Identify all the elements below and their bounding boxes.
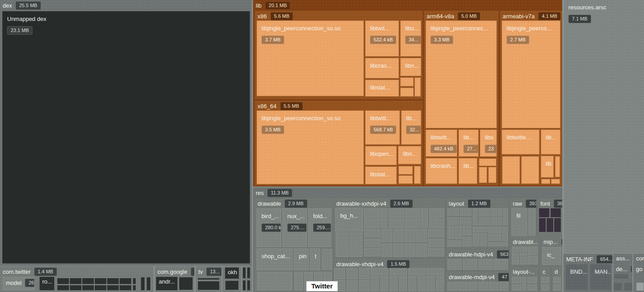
treemap-tile[interactable]	[447, 208, 459, 216]
treemap-tile[interactable]	[503, 208, 508, 225]
treemap-tile[interactable]	[491, 208, 502, 216]
treemap-tile[interactable]	[512, 284, 521, 291]
treemap-tile[interactable]	[527, 284, 537, 291]
treemap-tile[interactable]	[428, 229, 444, 237]
group-drawable-xxhdpi-v4[interactable]: drawable-xxhdpi-v42.6 MBbg_h...	[334, 198, 445, 258]
tile-bnd[interactable]: BND...	[565, 264, 588, 290]
tile-libs-arm64[interactable]: libs23	[480, 130, 497, 157]
treemap-tile[interactable]	[512, 277, 521, 283]
treemap-tile[interactable]	[551, 179, 560, 184]
tile-libtwit-x86[interactable]: libtwit...532.4 kB	[365, 20, 399, 57]
treemap-tile[interactable]	[399, 276, 407, 291]
treemap-tile[interactable]	[555, 156, 560, 177]
treemap-tile[interactable]	[405, 229, 415, 242]
treemap-tile[interactable]	[95, 278, 106, 284]
treemap-tile[interactable]	[473, 233, 479, 246]
treemap-tile[interactable]	[447, 217, 459, 225]
treemap-tile[interactable]	[614, 274, 628, 279]
treemap-tile[interactable]	[389, 208, 404, 218]
tile-lib-arm64[interactable]: lib...27...	[459, 130, 479, 157]
treemap-tile[interactable]	[82, 285, 94, 290]
treemap-tile[interactable]	[405, 243, 415, 257]
treemap-tile[interactable]	[488, 234, 501, 241]
treemap-tile[interactable]	[541, 284, 549, 291]
tile-libjingle-armeabi[interactable]: libjingle_peerco...2.7 MB	[502, 20, 560, 128]
group-ass[interactable]: ass...de...	[613, 254, 632, 292]
treemap-tile[interactable]	[436, 276, 444, 291]
tile-libo-x86[interactable]: libo...34...	[400, 20, 421, 57]
treemap-tile[interactable]	[480, 233, 487, 246]
treemap-tile[interactable]	[520, 253, 527, 264]
group-res[interactable]: res11.3 MBdrawable2.9 MBbird_...280.0 kB…	[253, 187, 562, 292]
tile-shop-cat[interactable]: shop_cat...	[257, 248, 293, 270]
treemap-tile[interactable]	[416, 229, 427, 242]
treemap-tile[interactable]	[428, 239, 444, 247]
treemap-tile[interactable]	[502, 156, 520, 184]
treemap-tile[interactable]	[133, 278, 136, 284]
treemap-tile[interactable]	[489, 282, 498, 291]
tile-lib-armeabi[interactable]: lib...	[541, 130, 560, 154]
group-lib[interactable]: lib20.1 MBx865.6 MBlibjingle_peerconnect…	[253, 0, 562, 187]
treemap-tile[interactable]	[479, 259, 493, 270]
group-com-google[interactable]: com.google41andr...	[155, 266, 194, 292]
treemap-tile[interactable]	[390, 276, 398, 291]
treemap-tile[interactable]	[322, 249, 332, 270]
tile-libn-x86-64[interactable]: libn...	[398, 146, 421, 164]
group-drawable-xhdpi-v4[interactable]: drawable-xhdpi-v41.5 MB	[334, 259, 445, 292]
treemap-tile[interactable]	[428, 248, 444, 256]
treemap-tile[interactable]	[371, 268, 388, 275]
treemap-tile[interactable]	[521, 156, 539, 184]
treemap-tile[interactable]	[551, 208, 561, 217]
treemap-tile[interactable]	[512, 253, 519, 264]
treemap-tile[interactable]	[491, 217, 502, 225]
tile-ro[interactable]: ro...	[40, 277, 54, 290]
group-drawable[interactable]: drawable2.9 MBbird_...280.0 kBnux_...275…	[255, 198, 333, 292]
group-layout[interactable]: layout1.2 MB	[446, 198, 509, 248]
tile-bird[interactable]: bird_...280.0 kB	[257, 208, 281, 247]
group-drawabl-trunc[interactable]: drawabl...	[510, 237, 539, 266]
group-arm64-v8a[interactable]: arm64-v8a5.0 MBlibjingle_peerconnec...3.…	[424, 11, 499, 186]
treemap-tile[interactable]	[70, 285, 81, 290]
treemap-tile[interactable]	[473, 227, 487, 232]
treemap-tile[interactable]	[479, 158, 496, 166]
tile-libstat-x86[interactable]: libstat...	[365, 80, 399, 97]
tile-libjingle-x86[interactable]: libjingle_peerconnection_so.so3.7 MB	[257, 20, 364, 96]
treemap-tile[interactable]	[553, 277, 561, 283]
treemap-tile[interactable]	[380, 208, 387, 228]
treemap-tile[interactable]	[393, 243, 404, 257]
treemap-tile[interactable]	[393, 229, 404, 242]
treemap-tile[interactable]	[364, 208, 379, 218]
treemap-tile[interactable]	[179, 277, 193, 290]
treemap-tile[interactable]	[247, 280, 250, 290]
treemap-tile[interactable]	[405, 208, 420, 218]
treemap-tile[interactable]	[613, 283, 622, 291]
treemap-tile[interactable]	[107, 278, 119, 284]
treemap-tile[interactable]	[447, 259, 462, 270]
label-de[interactable]: de...	[613, 264, 632, 272]
tile-man[interactable]: MAN...	[590, 264, 612, 290]
treemap-tile[interactable]	[364, 239, 381, 247]
tile-libjingle-arm64[interactable]: libjingle_peerconnec...3.3 MB	[426, 20, 497, 128]
treemap-tile[interactable]	[147, 277, 150, 290]
group-meta-inf[interactable]: META-INF654....BND...MAN...	[564, 254, 612, 292]
tile-pin[interactable]: pin	[294, 248, 309, 270]
treemap-tile[interactable]	[107, 285, 119, 290]
treemap-tile[interactable]	[539, 208, 549, 217]
treemap-tile[interactable]	[447, 282, 457, 291]
treemap-tile[interactable]	[488, 167, 496, 183]
treemap-tile[interactable]	[359, 280, 370, 291]
treemap-tile[interactable]	[133, 285, 136, 290]
treemap-tile[interactable]	[198, 281, 219, 290]
treemap-tile[interactable]	[380, 276, 388, 291]
treemap-tile[interactable]	[463, 237, 471, 247]
treemap-tile[interactable]	[243, 268, 246, 278]
tile-lib2-armeabi[interactable]: lib	[541, 156, 554, 178]
treemap-tile[interactable]	[294, 272, 303, 290]
group-drawable-hdpi-v4[interactable]: drawable-hdpi-v4563	[446, 249, 509, 271]
treemap-tile[interactable]	[636, 283, 644, 291]
group-c[interactable]: c	[540, 267, 551, 292]
treemap-tile[interactable]	[554, 218, 561, 232]
treemap-tile[interactable]	[350, 232, 362, 257]
treemap-tile[interactable]	[389, 219, 404, 228]
group-drawable-mdpi-v4[interactable]: drawable-mdpi-v447	[446, 272, 509, 292]
